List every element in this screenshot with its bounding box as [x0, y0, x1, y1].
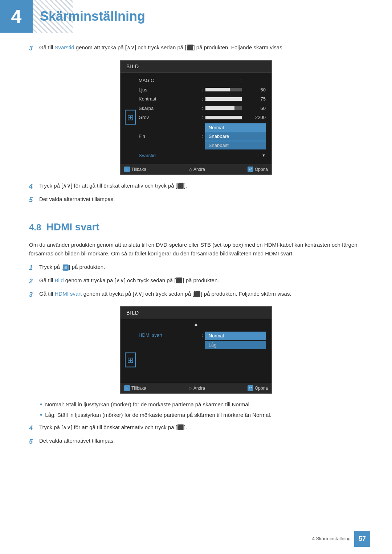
lag-label: Låg	[45, 412, 54, 418]
bullet-list: • Normal: Ställ in ljusstyrkan (mörker) …	[40, 401, 363, 420]
footer-chapter-label: 4 Skärminställning	[312, 535, 351, 542]
step-4-num-s2: 4	[29, 423, 39, 433]
bullet-item-lag: • Låg: Ställ in ljusstyrkan (mörker) för…	[40, 411, 363, 419]
screen1-row-svarstid: Svarstid : ▼	[139, 151, 266, 160]
screen2-up-arrow: ▲	[121, 319, 271, 329]
step-4-section1: 4 Tryck på [∧∨] för att gå till önskat a…	[29, 182, 363, 192]
step-4-text: Tryck på [∧∨] för att gå till önskat alt…	[39, 182, 363, 190]
step-3-text-s2: Gå till HDMI svart genom att trycka på […	[39, 290, 363, 298]
normal-option: Normal	[205, 332, 266, 340]
screen1-footer-change: ◇ Ändra	[189, 166, 205, 173]
step-1-text: Tryck på [⊞] på produkten.	[39, 263, 363, 271]
screen2-left-icon: ⊞	[125, 353, 136, 368]
screen1-row-fin: Fin : Normal Snabbare Snabbast	[139, 122, 266, 151]
step-3-section1: 3 Gå till Svarstid genom att trycka på […	[29, 44, 363, 53]
bullet-text-lag: Låg: Ställ in ljusstyrkan (mörker) för d…	[45, 411, 363, 419]
screen2-row-hdmi: HDMI svart : Normal Låg	[139, 331, 266, 350]
section-num: 4.8	[29, 222, 41, 232]
step-3-num-s2: 3	[29, 290, 39, 300]
step-5-num-s2: 5	[29, 437, 39, 447]
step-5-num: 5	[29, 195, 39, 205]
step-4-text-s2: Tryck på [∧∨] för att gå till önskat alt…	[39, 423, 363, 432]
step-3-text: Gå till Svarstid genom att trycka på [∧∨…	[39, 44, 363, 52]
screen2: BILD ▲ ⊞ HDMI svart : Normal Låg	[120, 306, 272, 394]
step-5-text: Det valda alternativet tillämpas.	[39, 195, 363, 204]
hdmi-link: HDMI	[264, 242, 278, 248]
chapter-number: 4	[11, 7, 22, 26]
screen1-row-magic: MAGIC :	[139, 76, 266, 85]
screen2-footer-change: ◇ Ändra	[189, 385, 205, 391]
bullet-dot-2: •	[40, 411, 42, 419]
open-icon: ↩	[248, 167, 253, 172]
screen1-container: BILD ⊞ MAGIC : Ljus : 50	[29, 60, 363, 175]
screen2-footer-back: ⊞ Tillbaka	[124, 385, 146, 391]
svarstid-link: Svarstid	[55, 44, 74, 50]
step-3-num: 3	[29, 44, 39, 53]
step-2-num: 2	[29, 276, 39, 286]
screen1-row-skarpa: Skärpa : 60	[139, 104, 266, 113]
screen2-title: BILD	[121, 307, 271, 319]
step-4-section2: 4 Tryck på [∧∨] för att gå till önskat a…	[29, 423, 363, 433]
step-5-text-s2: Det valda alternativet tillämpas.	[39, 437, 363, 445]
chapter-title: Skärminställning	[40, 7, 145, 26]
step-1-num: 1	[29, 263, 39, 273]
bullet-item-normal: • Normal: Ställ in ljusstyrkan (mörker) …	[40, 401, 363, 409]
screen1-row-grov: Grov : 2200	[139, 113, 266, 122]
section2-paragraph: Om du använder produkten genom att anslu…	[29, 241, 363, 258]
screen1-row-ljus: Ljus : 50	[139, 85, 266, 95]
normal-label: Normal	[45, 401, 62, 407]
bullet-text-normal: Normal: Ställ in ljusstyrkan (mörker) fö…	[45, 401, 363, 409]
section-title: HDMI svart	[46, 221, 99, 233]
screen1-title: BILD	[121, 61, 271, 73]
footer-page-number: 57	[354, 531, 370, 547]
step-2-text: Gå till Bild genom att trycka på [∧∨] oc…	[39, 276, 363, 285]
screen1-footer: ⊞ Tillbaka ◇ Ändra ↩ Öppna	[121, 164, 271, 175]
chapter-number-box: 4	[0, 0, 33, 33]
open-icon2: ↩	[248, 385, 253, 391]
step-3-section2: 3 Gå till HDMI svart genom att trycka på…	[29, 290, 363, 300]
screen1: BILD ⊞ MAGIC : Ljus : 50	[120, 60, 272, 175]
screen1-footer-back: ⊞ Tillbaka	[124, 166, 146, 173]
hdmi-svart-link2: HDMI svart	[55, 291, 82, 297]
screen1-left-icon: ⊞	[125, 110, 136, 125]
step-2-section2: 2 Gå till Bild genom att trycka på [∧∨] …	[29, 276, 363, 286]
hdmi-svart-link: HDMI svart	[265, 250, 292, 257]
section-4-8-heading: 4.8 HDMI svart	[29, 219, 363, 235]
screen1-row-kontrast: Kontrast : 75	[139, 94, 266, 104]
bild-link: Bild	[55, 277, 64, 283]
page-footer: 4 Skärminställning 57	[312, 531, 370, 547]
screen2-footer-open: ↩ Öppna	[248, 385, 268, 391]
screen2-container: BILD ▲ ⊞ HDMI svart : Normal Låg	[29, 306, 363, 394]
screen1-footer-open: ↩ Öppna	[248, 166, 268, 173]
back-icon2: ⊞	[124, 385, 130, 391]
bullet-dot-1: •	[40, 401, 42, 409]
lag-option: Låg	[205, 341, 266, 349]
step-5-section2: 5 Det valda alternativet tillämpas.	[29, 437, 363, 447]
step-1-section2: 1 Tryck på [⊞] på produkten.	[29, 263, 363, 273]
step-4-num: 4	[29, 182, 39, 192]
step-5-section1: 5 Det valda alternativet tillämpas.	[29, 195, 363, 205]
back-icon: ⊞	[124, 167, 130, 172]
screen2-footer: ⊞ Tillbaka ◇ Ändra ↩ Öppna	[121, 383, 271, 393]
